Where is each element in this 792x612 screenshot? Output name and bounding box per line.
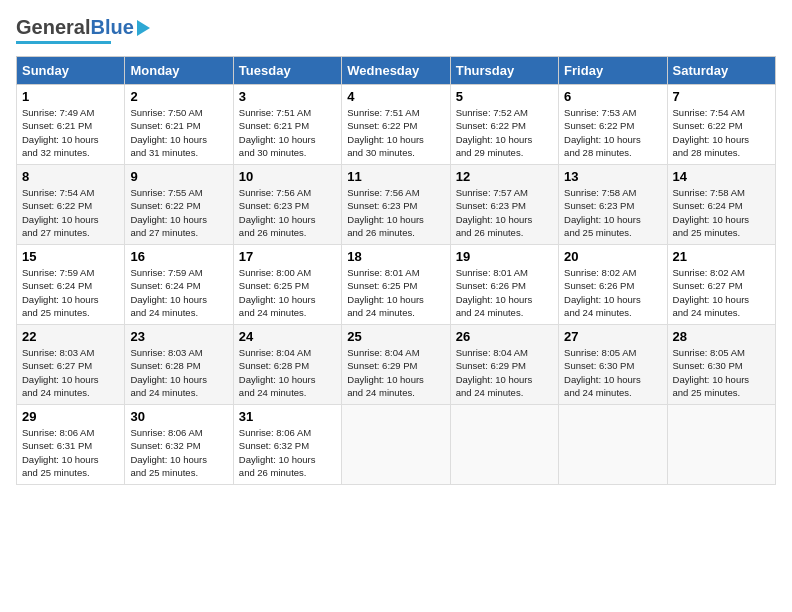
day-info: Sunrise: 8:06 AMSunset: 6:32 PMDaylight:… [130, 426, 227, 479]
day-number: 2 [130, 89, 227, 104]
page-header: General Blue [16, 16, 776, 44]
calendar-cell [559, 405, 667, 485]
calendar-cell: 29 Sunrise: 8:06 AMSunset: 6:31 PMDaylig… [17, 405, 125, 485]
day-info: Sunrise: 7:56 AMSunset: 6:23 PMDaylight:… [239, 186, 336, 239]
day-number: 4 [347, 89, 444, 104]
calendar-table: SundayMondayTuesdayWednesdayThursdayFrid… [16, 56, 776, 485]
day-number: 19 [456, 249, 553, 264]
calendar-cell: 10 Sunrise: 7:56 AMSunset: 6:23 PMDaylig… [233, 165, 341, 245]
calendar-header-friday: Friday [559, 57, 667, 85]
day-info: Sunrise: 7:51 AMSunset: 6:22 PMDaylight:… [347, 106, 444, 159]
calendar-cell: 24 Sunrise: 8:04 AMSunset: 6:28 PMDaylig… [233, 325, 341, 405]
day-number: 18 [347, 249, 444, 264]
day-info: Sunrise: 8:04 AMSunset: 6:29 PMDaylight:… [456, 346, 553, 399]
day-number: 30 [130, 409, 227, 424]
calendar-cell: 22 Sunrise: 8:03 AMSunset: 6:27 PMDaylig… [17, 325, 125, 405]
calendar-cell: 20 Sunrise: 8:02 AMSunset: 6:26 PMDaylig… [559, 245, 667, 325]
day-number: 31 [239, 409, 336, 424]
calendar-cell: 31 Sunrise: 8:06 AMSunset: 6:32 PMDaylig… [233, 405, 341, 485]
logo-general-text: General [16, 16, 90, 39]
day-number: 14 [673, 169, 770, 184]
day-number: 5 [456, 89, 553, 104]
day-number: 20 [564, 249, 661, 264]
day-info: Sunrise: 7:59 AMSunset: 6:24 PMDaylight:… [130, 266, 227, 319]
day-number: 6 [564, 89, 661, 104]
day-number: 15 [22, 249, 119, 264]
calendar-header-monday: Monday [125, 57, 233, 85]
calendar-header-thursday: Thursday [450, 57, 558, 85]
calendar-cell: 3 Sunrise: 7:51 AMSunset: 6:21 PMDayligh… [233, 85, 341, 165]
day-info: Sunrise: 7:59 AMSunset: 6:24 PMDaylight:… [22, 266, 119, 319]
logo-blue-text: Blue [90, 16, 133, 39]
day-info: Sunrise: 8:03 AMSunset: 6:28 PMDaylight:… [130, 346, 227, 399]
day-info: Sunrise: 8:02 AMSunset: 6:26 PMDaylight:… [564, 266, 661, 319]
calendar-cell: 7 Sunrise: 7:54 AMSunset: 6:22 PMDayligh… [667, 85, 775, 165]
day-number: 8 [22, 169, 119, 184]
calendar-cell: 2 Sunrise: 7:50 AMSunset: 6:21 PMDayligh… [125, 85, 233, 165]
calendar-cell: 25 Sunrise: 8:04 AMSunset: 6:29 PMDaylig… [342, 325, 450, 405]
calendar-cell: 26 Sunrise: 8:04 AMSunset: 6:29 PMDaylig… [450, 325, 558, 405]
day-info: Sunrise: 8:06 AMSunset: 6:31 PMDaylight:… [22, 426, 119, 479]
calendar-cell [342, 405, 450, 485]
day-info: Sunrise: 8:03 AMSunset: 6:27 PMDaylight:… [22, 346, 119, 399]
day-number: 27 [564, 329, 661, 344]
calendar-cell: 21 Sunrise: 8:02 AMSunset: 6:27 PMDaylig… [667, 245, 775, 325]
day-info: Sunrise: 8:04 AMSunset: 6:29 PMDaylight:… [347, 346, 444, 399]
calendar-cell: 14 Sunrise: 7:58 AMSunset: 6:24 PMDaylig… [667, 165, 775, 245]
day-info: Sunrise: 7:49 AMSunset: 6:21 PMDaylight:… [22, 106, 119, 159]
day-info: Sunrise: 7:53 AMSunset: 6:22 PMDaylight:… [564, 106, 661, 159]
calendar-cell: 4 Sunrise: 7:51 AMSunset: 6:22 PMDayligh… [342, 85, 450, 165]
day-number: 25 [347, 329, 444, 344]
day-number: 21 [673, 249, 770, 264]
day-info: Sunrise: 8:05 AMSunset: 6:30 PMDaylight:… [564, 346, 661, 399]
calendar-cell: 15 Sunrise: 7:59 AMSunset: 6:24 PMDaylig… [17, 245, 125, 325]
day-info: Sunrise: 7:50 AMSunset: 6:21 PMDaylight:… [130, 106, 227, 159]
calendar-cell: 18 Sunrise: 8:01 AMSunset: 6:25 PMDaylig… [342, 245, 450, 325]
calendar-cell: 9 Sunrise: 7:55 AMSunset: 6:22 PMDayligh… [125, 165, 233, 245]
day-number: 26 [456, 329, 553, 344]
day-number: 9 [130, 169, 227, 184]
calendar-cell: 11 Sunrise: 7:56 AMSunset: 6:23 PMDaylig… [342, 165, 450, 245]
calendar-cell: 1 Sunrise: 7:49 AMSunset: 6:21 PMDayligh… [17, 85, 125, 165]
calendar-cell: 12 Sunrise: 7:57 AMSunset: 6:23 PMDaylig… [450, 165, 558, 245]
calendar-cell: 13 Sunrise: 7:58 AMSunset: 6:23 PMDaylig… [559, 165, 667, 245]
day-number: 22 [22, 329, 119, 344]
day-info: Sunrise: 7:54 AMSunset: 6:22 PMDaylight:… [22, 186, 119, 239]
day-number: 17 [239, 249, 336, 264]
calendar-cell: 6 Sunrise: 7:53 AMSunset: 6:22 PMDayligh… [559, 85, 667, 165]
calendar-cell: 8 Sunrise: 7:54 AMSunset: 6:22 PMDayligh… [17, 165, 125, 245]
day-info: Sunrise: 7:52 AMSunset: 6:22 PMDaylight:… [456, 106, 553, 159]
day-info: Sunrise: 7:56 AMSunset: 6:23 PMDaylight:… [347, 186, 444, 239]
day-info: Sunrise: 8:01 AMSunset: 6:25 PMDaylight:… [347, 266, 444, 319]
calendar-cell: 28 Sunrise: 8:05 AMSunset: 6:30 PMDaylig… [667, 325, 775, 405]
day-number: 11 [347, 169, 444, 184]
calendar-cell: 23 Sunrise: 8:03 AMSunset: 6:28 PMDaylig… [125, 325, 233, 405]
day-number: 29 [22, 409, 119, 424]
day-number: 16 [130, 249, 227, 264]
logo: General Blue [16, 16, 150, 44]
day-number: 3 [239, 89, 336, 104]
logo-arrow-icon [137, 20, 150, 36]
day-number: 24 [239, 329, 336, 344]
calendar-header-wednesday: Wednesday [342, 57, 450, 85]
day-number: 28 [673, 329, 770, 344]
calendar-cell: 16 Sunrise: 7:59 AMSunset: 6:24 PMDaylig… [125, 245, 233, 325]
calendar-cell: 5 Sunrise: 7:52 AMSunset: 6:22 PMDayligh… [450, 85, 558, 165]
day-info: Sunrise: 8:06 AMSunset: 6:32 PMDaylight:… [239, 426, 336, 479]
day-info: Sunrise: 7:51 AMSunset: 6:21 PMDaylight:… [239, 106, 336, 159]
calendar-header-saturday: Saturday [667, 57, 775, 85]
calendar-cell [450, 405, 558, 485]
day-number: 10 [239, 169, 336, 184]
calendar-header-sunday: Sunday [17, 57, 125, 85]
calendar-header-tuesday: Tuesday [233, 57, 341, 85]
day-number: 12 [456, 169, 553, 184]
calendar-cell: 27 Sunrise: 8:05 AMSunset: 6:30 PMDaylig… [559, 325, 667, 405]
calendar-cell: 19 Sunrise: 8:01 AMSunset: 6:26 PMDaylig… [450, 245, 558, 325]
day-number: 13 [564, 169, 661, 184]
day-number: 7 [673, 89, 770, 104]
logo-underline [16, 41, 111, 44]
day-info: Sunrise: 7:54 AMSunset: 6:22 PMDaylight:… [673, 106, 770, 159]
day-info: Sunrise: 8:04 AMSunset: 6:28 PMDaylight:… [239, 346, 336, 399]
day-number: 1 [22, 89, 119, 104]
day-info: Sunrise: 7:58 AMSunset: 6:24 PMDaylight:… [673, 186, 770, 239]
